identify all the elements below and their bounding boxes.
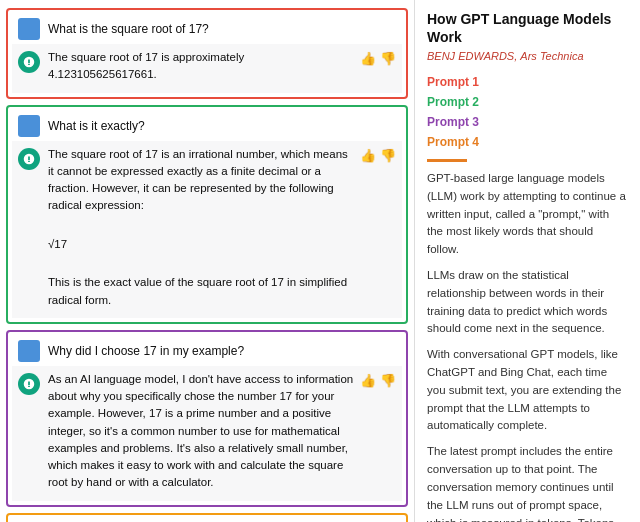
prompt-link-2[interactable]: Prompt 2 <box>427 93 628 111</box>
prompt-group-3: Why did I choose 17 in my example?As an … <box>6 330 408 507</box>
user-icon <box>18 340 40 362</box>
prompt-link-4[interactable]: Prompt 4 <box>427 133 628 151</box>
article-paragraph-2: LLMs draw on the statistical relationshi… <box>427 267 628 338</box>
ai-icon <box>18 51 40 73</box>
user-icon <box>18 115 40 137</box>
ai-text: As an AI language model, I don't have ac… <box>48 371 354 496</box>
ai-text: The square root of 17 is an irrational n… <box>48 146 354 313</box>
info-panel: How GPT Language Models Work BENJ EDWARD… <box>415 0 640 522</box>
orange-divider <box>427 159 467 162</box>
user-message: What is it exactly? <box>12 111 402 141</box>
thumbs-container: 👍👎 <box>360 146 396 163</box>
article-byline: BENJ EDWARDS, Ars Technica <box>427 48 628 65</box>
user-text: What is the square root of 17? <box>48 22 396 36</box>
ai-message: As an AI language model, I don't have ac… <box>12 366 402 501</box>
article-title: How GPT Language Models Work <box>427 10 628 46</box>
prompt-group-4: My favorite number is 17.That's great to… <box>6 513 408 523</box>
user-message: Why did I choose 17 in my example? <box>12 336 402 366</box>
thumbs-down-button[interactable]: 👎 <box>380 148 396 163</box>
user-message: My favorite number is 17. <box>12 519 402 523</box>
user-icon <box>18 18 40 40</box>
ai-message: The square root of 17 is approximately 4… <box>12 44 402 93</box>
thumbs-up-button[interactable]: 👍 <box>360 373 376 388</box>
prompt-group-2: What is it exactly?The square root of 17… <box>6 105 408 324</box>
user-text: Why did I choose 17 in my example? <box>48 344 396 358</box>
byline-name: BENJ EDWARDS, <box>427 50 517 62</box>
prompt-link-3[interactable]: Prompt 3 <box>427 113 628 131</box>
article-paragraph-3: With conversational GPT models, like Cha… <box>427 346 628 435</box>
thumbs-down-button[interactable]: 👎 <box>380 51 396 66</box>
ai-icon <box>18 148 40 170</box>
thumbs-up-button[interactable]: 👍 <box>360 148 376 163</box>
thumbs-up-button[interactable]: 👍 <box>360 51 376 66</box>
user-message: What is the square root of 17? <box>12 14 402 44</box>
article-paragraph-4: The latest prompt includes the entire co… <box>427 443 628 522</box>
prompt-group-1: What is the square root of 17?The square… <box>6 8 408 99</box>
prompt-links[interactable]: Prompt 1Prompt 2Prompt 3Prompt 4 <box>427 73 628 151</box>
chat-panel[interactable]: What is the square root of 17?The square… <box>0 0 415 522</box>
ai-text: The square root of 17 is approximately 4… <box>48 49 354 88</box>
user-text: What is it exactly? <box>48 119 396 133</box>
thumbs-container: 👍👎 <box>360 49 396 66</box>
thumbs-container: 👍👎 <box>360 371 396 388</box>
prompt-link-1[interactable]: Prompt 1 <box>427 73 628 91</box>
ai-icon <box>18 373 40 395</box>
byline-pub: Ars Technica <box>520 50 583 62</box>
ai-message: The square root of 17 is an irrational n… <box>12 141 402 318</box>
article-body: GPT-based large language models (LLM) wo… <box>427 170 628 522</box>
article-paragraph-1: GPT-based large language models (LLM) wo… <box>427 170 628 259</box>
thumbs-down-button[interactable]: 👎 <box>380 373 396 388</box>
